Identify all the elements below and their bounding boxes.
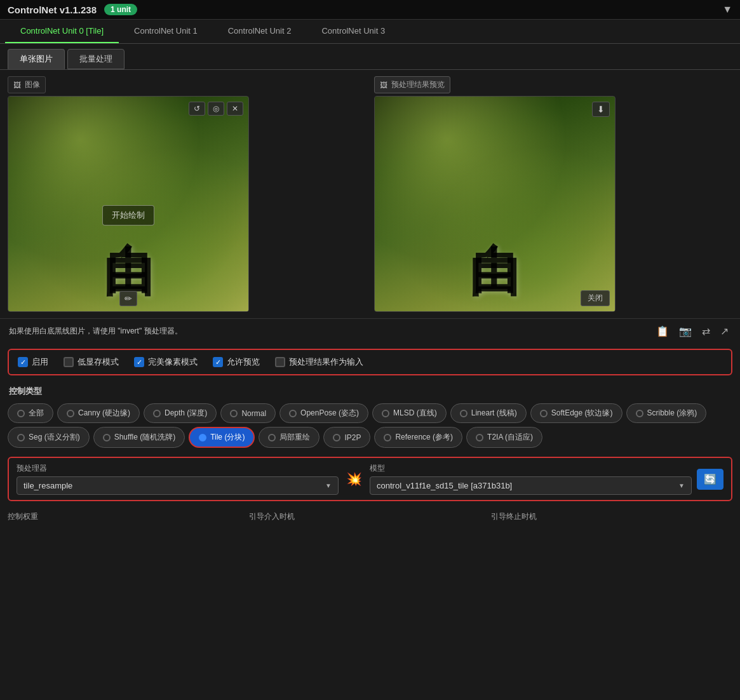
image-controls: ↺ ◎ ✕ — [189, 102, 243, 116]
close-preview-button[interactable]: 关闭 — [581, 290, 610, 306]
preprocessor-group: 预处理器 tile_resample ▼ — [17, 463, 339, 495]
ctrl-label-lineart: Lineart (线稿) — [471, 408, 517, 419]
clear-button[interactable]: ◎ — [208, 102, 224, 116]
ctrl-btn-canny[interactable]: Canny (硬边缘) — [57, 403, 140, 423]
allow-preview-cb-box[interactable] — [213, 357, 223, 367]
low-vram-cb-box[interactable] — [64, 357, 74, 367]
guidance-end-label: 引导终止时机 — [491, 509, 732, 525]
ctrl-btn-shuffle[interactable]: Shuffle (随机洗牌) — [93, 427, 185, 448]
preview-label: 🖼 预处理结果预览 — [374, 76, 450, 93]
sub-tab-batch[interactable]: 批量处理 — [67, 49, 124, 69]
ctrl-label-softedge: SoftEdge (软边缘) — [551, 408, 613, 419]
ctrl-btn-ip2p[interactable]: IP2P — [323, 427, 370, 448]
model-group: 模型 control_v11f1e_sd15_tile [a371b31b] ▼ — [370, 463, 692, 495]
radio-normal — [230, 410, 238, 417]
fire-icon: 💥 — [344, 471, 365, 487]
export-icon[interactable]: ↗ — [718, 324, 731, 339]
tab-unit-0[interactable]: ControlNet Unit 0 [Tile] — [5, 20, 119, 43]
radio-ip2p — [333, 434, 340, 441]
ctrl-label-mlsd: MLSD (直线) — [393, 408, 437, 419]
options-row: 启用 低显存模式 完美像素模式 允许预览 预处理结果作为输入 — [8, 349, 732, 375]
ctrl-btn-mlsd[interactable]: MLSD (直线) — [372, 403, 447, 423]
preprocessed-label: 预处理结果作为输入 — [289, 356, 363, 368]
image-label-icon: 🖼 — [13, 81, 21, 90]
collapse-arrow[interactable]: ▼ — [722, 4, 732, 15]
enable-label: 启用 — [32, 356, 48, 368]
ctrl-label-ip2p: IP2P — [344, 433, 361, 442]
control-types-grid: 全部 Canny (硬边缘) Depth (深度) Normal OpenPos… — [0, 400, 740, 452]
tab-unit-2[interactable]: ControlNet Unit 2 — [213, 20, 307, 43]
radio-softedge — [540, 410, 548, 417]
unit-tabs: ControlNet Unit 0 [Tile] ControlNet Unit… — [0, 20, 740, 44]
notes-icon[interactable]: 📋 — [654, 324, 671, 339]
ctrl-label-t2ia: T2IA (自适应) — [487, 432, 533, 443]
ctrl-label-canny: Canny (硬边缘) — [78, 408, 130, 419]
left-image-canvas[interactable]: 自由 ↺ ◎ ✕ 开始绘制 ✏ — [8, 96, 249, 312]
enable-cb-box[interactable] — [18, 357, 28, 367]
ctrl-label-openpose: OpenPose (姿态) — [300, 408, 359, 419]
guidance-start-label: 引导介入时机 — [249, 509, 490, 525]
ctrl-btn-inpaint[interactable]: 局部重绘 — [259, 427, 320, 448]
sub-tab-single[interactable]: 单张图片 — [8, 49, 65, 69]
ctrl-label-inpaint: 局部重绘 — [279, 432, 310, 443]
ctrl-label-scribble: Scribble (涂鸦) — [647, 408, 697, 419]
enable-checkbox[interactable]: 启用 — [18, 356, 48, 368]
pen-button[interactable]: ✏ — [119, 291, 137, 306]
low-vram-checkbox[interactable]: 低显存模式 — [64, 356, 119, 368]
preprocessed-as-input-checkbox[interactable]: 预处理结果作为输入 — [275, 356, 363, 368]
radio-all — [17, 410, 25, 417]
radio-canny — [67, 410, 74, 417]
ctrl-label-all: 全部 — [29, 408, 44, 419]
ctrl-btn-seg[interactable]: Seg (语义分割) — [8, 427, 90, 448]
ctrl-btn-all[interactable]: 全部 — [8, 403, 53, 423]
ctrl-label-normal: Normal — [241, 409, 266, 418]
allow-preview-label: 允许预览 — [227, 356, 260, 368]
app-title: ControlNet v1.1.238 — [8, 4, 97, 15]
ctrl-btn-openpose[interactable]: OpenPose (姿态) — [279, 403, 368, 423]
tab-unit-3[interactable]: ControlNet Unit 3 — [306, 20, 400, 43]
preprocessor-model-row: 预处理器 tile_resample ▼ 💥 模型 control_v11f1e… — [8, 457, 732, 501]
pixel-perfect-cb-box[interactable] — [134, 357, 144, 367]
download-button[interactable]: ⬇ — [592, 102, 610, 117]
radio-inpaint — [268, 434, 276, 441]
undo-button[interactable]: ↺ — [189, 102, 205, 116]
radio-depth — [153, 410, 161, 417]
preview-label-icon: 🖼 — [380, 81, 387, 90]
weight-label: 控制权重 — [8, 509, 249, 525]
allow-preview-checkbox[interactable]: 允许预览 — [213, 356, 260, 368]
model-select[interactable]: control_v11f1e_sd15_tile [a371b31b] ▼ — [370, 476, 692, 495]
info-action-icons: 📋 📷 ⇄ ↗ — [654, 324, 731, 339]
ctrl-label-tile: Tile (分块) — [210, 432, 245, 443]
radio-seg — [17, 434, 25, 441]
radio-shuffle — [103, 434, 111, 441]
refresh-model-button[interactable]: 🔄 — [697, 469, 723, 490]
ctrl-btn-softedge[interactable]: SoftEdge (软边缘) — [530, 403, 622, 423]
ctrl-btn-scribble[interactable]: Scribble (涂鸦) — [626, 403, 707, 423]
ctrl-label-depth: Depth (深度) — [165, 408, 207, 419]
ctrl-btn-reference[interactable]: Reference (参考) — [374, 427, 462, 448]
pixel-perfect-checkbox[interactable]: 完美像素模式 — [134, 356, 198, 368]
tab-unit-1[interactable]: ControlNet Unit 1 — [119, 20, 213, 43]
ctrl-btn-depth[interactable]: Depth (深度) — [144, 403, 217, 423]
radio-scribble — [636, 410, 643, 417]
start-draw-button[interactable]: 开始绘制 — [102, 205, 154, 225]
radio-t2ia — [476, 434, 483, 441]
right-image-canvas: 自由 ⬇ 关闭 — [374, 96, 616, 312]
swap-icon[interactable]: ⇄ — [699, 324, 713, 339]
bottom-labels-row: 控制权重 引导介入时机 引导终止时机 — [0, 506, 740, 525]
preprocessed-cb-box[interactable] — [275, 357, 285, 367]
ctrl-btn-lineart[interactable]: Lineart (线稿) — [450, 403, 527, 423]
info-text: 如果使用白底黑线图片，请使用 "invert" 预处理器。 — [9, 326, 643, 337]
preprocessor-label: 预处理器 — [17, 463, 339, 474]
radio-reference — [384, 434, 391, 441]
ctrl-btn-t2ia[interactable]: T2IA (自适应) — [466, 427, 542, 448]
preprocessor-select[interactable]: tile_resample ▼ — [17, 476, 339, 495]
radio-lineart — [460, 410, 468, 417]
ctrl-btn-normal[interactable]: Normal — [220, 403, 276, 423]
info-bar: 如果使用白底黑线图片，请使用 "invert" 预处理器。 📋 📷 ⇄ ↗ — [0, 318, 740, 344]
ctrl-btn-tile[interactable]: Tile (分块) — [189, 427, 255, 448]
remove-button[interactable]: ✕ — [227, 102, 243, 116]
camera-icon[interactable]: 📷 — [676, 324, 694, 339]
model-value: control_v11f1e_sd15_tile [a371b31b] — [377, 481, 512, 490]
preprocessor-arrow-icon: ▼ — [325, 482, 332, 489]
